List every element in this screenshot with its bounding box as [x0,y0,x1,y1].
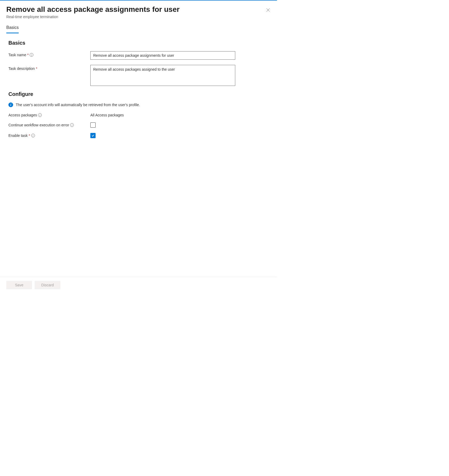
close-icon [266,8,270,12]
required-marker: * [36,66,37,71]
field-access-packages: Access packages i All Access packages [8,113,271,117]
field-enable-task: Enable task * i [8,133,271,138]
panel-header: Remove all access package assignments fo… [6,5,271,25]
info-icon[interactable]: i [30,53,33,57]
access-packages-label: Access packages i [8,113,90,117]
task-name-label: Task name * i [8,51,90,57]
close-button[interactable] [265,7,271,13]
field-task-name: Task name * i [8,51,271,60]
panel-footer: Save Discard [0,277,277,293]
info-icon[interactable]: i [31,134,35,137]
field-continue-on-error: Continue workflow execution on error i [8,122,271,128]
required-marker: * [29,133,30,138]
info-banner-icon: i [8,102,13,107]
field-task-description: Task description * [8,65,271,86]
tab-basics[interactable]: Basics [6,25,19,33]
section-heading-configure: Configure [8,91,271,97]
continue-on-error-checkbox[interactable] [90,122,96,128]
task-name-input[interactable] [90,51,235,60]
save-button[interactable]: Save [6,281,32,289]
info-banner-text: The user's account info will automatical… [16,103,140,107]
required-marker: * [27,53,29,57]
info-banner: i The user's account info will automatic… [8,102,271,107]
access-packages-label-text: Access packages [8,113,37,117]
discard-button[interactable]: Discard [35,281,60,289]
continue-on-error-label-text: Continue workflow execution on error [8,123,69,127]
task-description-label: Task description * [8,65,90,71]
task-config-panel: Remove all access package assignments fo… [0,0,277,293]
info-icon[interactable]: i [70,123,74,127]
spacer [6,143,271,277]
check-icon [91,134,95,137]
tabs: Basics [6,25,271,34]
enable-task-checkbox[interactable] [90,133,96,138]
task-description-label-text: Task description [8,66,35,71]
task-name-label-text: Task name [8,53,26,57]
enable-task-label: Enable task * i [8,133,90,138]
enable-task-label-text: Enable task [8,133,28,138]
access-packages-value: All Access packages [90,113,124,117]
panel-subtitle: Real-time employee termination [6,15,271,19]
panel-title: Remove all access package assignments fo… [6,5,271,14]
section-heading-basics: Basics [8,40,271,46]
info-icon[interactable]: i [38,113,42,117]
continue-on-error-label: Continue workflow execution on error i [8,123,90,127]
task-description-input[interactable] [90,65,235,86]
